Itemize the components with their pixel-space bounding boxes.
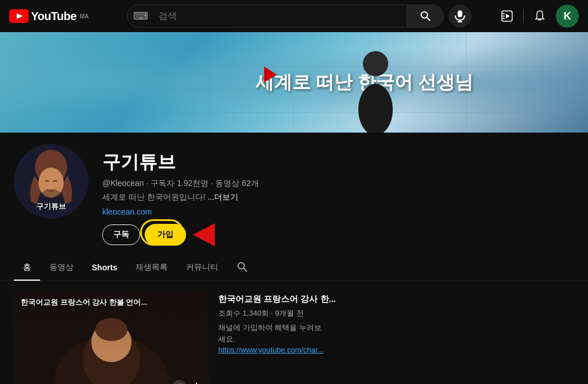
- subscribe-button[interactable]: 구독: [102, 224, 140, 245]
- video-side-info: 한국어교원 프랑스어 강사 한... 조회수 1,340회 · 9개월 전 채널…: [218, 290, 574, 384]
- header-divider: [523, 9, 524, 23]
- tab-shorts[interactable]: Shorts: [83, 256, 126, 280]
- video-side-link[interactable]: https://www.youtube.com/char...: [218, 346, 324, 354]
- video-title-overlay: 한국어교원 프랑스어 강사 한볼 언어...: [21, 297, 180, 308]
- join-button[interactable]: 가입: [145, 224, 186, 246]
- channel-search-button[interactable]: [232, 257, 253, 280]
- search-area: ⌨: [127, 5, 471, 28]
- banner-person: [347, 46, 404, 133]
- channel-stats: @Kleocean · 구독자 1.92천명 · 동영상 62개: [102, 179, 574, 189]
- header-left: YouTube MA: [9, 9, 113, 23]
- video-card: 한국어교원 프랑스어 강사 한볼 언어... ℹ ⋮: [14, 290, 209, 384]
- content-area: 한국어교원 프랑스어 강사 한볼 언어... ℹ ⋮ 한국어교원 프랑스어 강사…: [0, 281, 588, 384]
- keyboard-icon[interactable]: ⌨: [127, 10, 154, 22]
- arrow-icon: [193, 223, 215, 246]
- svg-point-2: [421, 12, 427, 18]
- channel-actions: 구독 가입: [102, 223, 574, 246]
- person-svg: [347, 46, 404, 133]
- svg-line-3: [427, 18, 430, 21]
- channel-info: 구기튜브 구기튜브 @Kleocean · 구독자 1.92천명 · 동영상 6…: [0, 133, 588, 246]
- channel-description: 세계로 떠난 한국어원입니다! ...더보기: [102, 192, 574, 203]
- channel-avatar-wrap: 구기튜브: [14, 144, 88, 219]
- video-side-title: 한국어교원 프랑스어 강사 한...: [218, 293, 574, 305]
- youtube-badge: MA: [80, 13, 88, 20]
- notifications-button[interactable]: [528, 5, 551, 28]
- video-menu-icon[interactable]: ⋮: [189, 380, 203, 384]
- svg-line-27: [244, 268, 247, 271]
- tab-videos[interactable]: 동영상: [40, 255, 83, 281]
- youtube-logo-icon: [9, 9, 29, 23]
- video-side-desc: 채널에 가입하여 혜택을 누려보 세요.: [218, 322, 574, 344]
- svg-point-21: [358, 84, 393, 133]
- channel-nav: 홈 동영상 Shorts 재생목록 커뮤니티: [0, 255, 588, 281]
- channel-avatar-label: 구기튜브: [36, 201, 66, 212]
- tab-community[interactable]: 커뮤니티: [177, 255, 227, 281]
- search-input[interactable]: [154, 11, 407, 21]
- youtube-logo[interactable]: YouTube MA: [9, 9, 88, 23]
- search-icon: [420, 10, 431, 22]
- video-desc-line2: 세요.: [218, 335, 235, 343]
- mic-button[interactable]: [448, 5, 471, 28]
- svg-point-25: [42, 189, 60, 199]
- banner-arrow-decoration: [264, 67, 277, 83]
- svg-rect-4: [458, 10, 462, 17]
- video-desc-line1: 채널에 가입하여 혜택을 누려보: [218, 323, 322, 332]
- site-header: YouTube MA ⌨: [0, 0, 588, 32]
- user-avatar-button[interactable]: K: [556, 5, 579, 28]
- svg-point-26: [238, 262, 245, 269]
- svg-point-20: [363, 51, 388, 76]
- create-button[interactable]: [496, 5, 519, 28]
- header-right: K: [496, 5, 579, 28]
- channel-handle: @Kleocean: [102, 179, 144, 188]
- channel-video-count: 동영상 62개: [215, 179, 258, 188]
- video-side-views: 조회수 1,340회 · 9개월 전: [218, 308, 574, 319]
- join-arrow-decoration: [193, 223, 215, 246]
- video-thumbnail: 한국어교원 프랑스어 강사 한볼 언어... ℹ ⋮: [14, 290, 209, 384]
- channel-name: 구기튜브: [102, 150, 574, 175]
- channel-website-link[interactable]: kleocean.com: [102, 207, 574, 216]
- tab-home[interactable]: 홈: [14, 255, 40, 281]
- channel-meta: 구기튜브 @Kleocean · 구독자 1.92천명 · 동영상 62개 세계…: [102, 144, 574, 246]
- channel-more-button[interactable]: ...더보기: [208, 192, 239, 201]
- bell-icon: [533, 10, 546, 22]
- channel-avatar: 구기튜브: [14, 144, 88, 219]
- mic-icon: [455, 10, 465, 22]
- svg-marker-8: [506, 14, 510, 18]
- channel-banner: 세계로 떠난 한국어 선생님: [0, 32, 588, 133]
- search-button[interactable]: [407, 5, 443, 28]
- join-area: 가입: [145, 224, 186, 246]
- youtube-wordmark: YouTube: [31, 10, 76, 23]
- tab-playlists[interactable]: 재생목록: [126, 255, 177, 281]
- search-bar: ⌨: [127, 5, 444, 28]
- create-icon: [501, 10, 513, 22]
- channel-search-icon: [237, 261, 248, 273]
- channel-subscribers: 구독자 1.92천명: [150, 179, 208, 188]
